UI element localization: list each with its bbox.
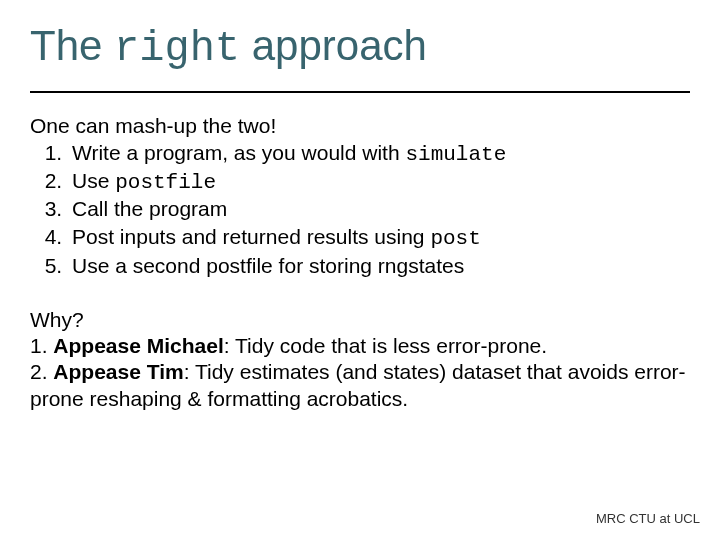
why-block: Why? 1. Appease Michael: Tidy code that … bbox=[30, 307, 690, 412]
title-suffix: approach bbox=[240, 22, 427, 69]
reason-bold: Appease Michael bbox=[53, 334, 223, 357]
list-item: Call the program bbox=[68, 196, 690, 224]
intro-text: One can mash-up the two! bbox=[30, 113, 690, 139]
slide-title: The right approach bbox=[30, 22, 690, 73]
title-prefix: The bbox=[30, 22, 114, 69]
list-item: Write a program, as you would with simul… bbox=[68, 140, 690, 168]
steps-list: Write a program, as you would with simul… bbox=[30, 140, 690, 281]
list-item: Post inputs and returned results using p… bbox=[68, 224, 690, 252]
title-block: The right approach bbox=[0, 0, 720, 77]
footer-label: MRC CTU at UCL bbox=[596, 511, 700, 526]
why-reason: 1. Appease Michael: Tidy code that is le… bbox=[30, 333, 690, 359]
list-item: Use a second postfile for storing rngsta… bbox=[68, 253, 690, 281]
reason-rest: : Tidy code that is less error-prone. bbox=[224, 334, 547, 357]
reason-num: 1. bbox=[30, 334, 53, 357]
step-pre: Post inputs and returned results using bbox=[72, 225, 430, 248]
step-code: simulate bbox=[405, 143, 506, 166]
step-code: post bbox=[430, 227, 480, 250]
slide-body: One can mash-up the two! Write a program… bbox=[0, 93, 720, 412]
step-code: postfile bbox=[115, 171, 216, 194]
step-pre: Call the program bbox=[72, 197, 227, 220]
step-pre: Use a second postfile for storing rngsta… bbox=[72, 254, 464, 277]
reason-bold: Appease Tim bbox=[53, 360, 183, 383]
why-heading: Why? bbox=[30, 307, 690, 333]
slide: The right approach One can mash-up the t… bbox=[0, 0, 720, 540]
list-item: Use postfile bbox=[68, 168, 690, 196]
reason-num: 2. bbox=[30, 360, 53, 383]
title-mono: right bbox=[114, 25, 240, 73]
step-pre: Write a program, as you would with bbox=[72, 141, 405, 164]
step-pre: Use bbox=[72, 169, 115, 192]
why-reason: 2. Appease Tim: Tidy estimates (and stat… bbox=[30, 359, 690, 412]
